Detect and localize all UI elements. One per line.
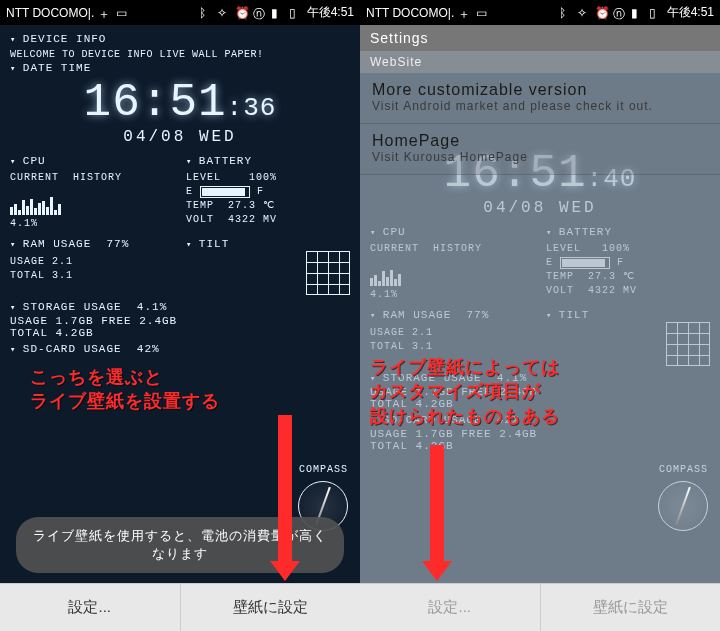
battery-icon: ▯: [289, 6, 303, 20]
annotation-left: こっちを選ぶと ライブ壁紙を設置する: [30, 365, 220, 414]
clock-sec: :36: [227, 93, 277, 123]
settings-overlay: Settings WebSite More customizable versi…: [360, 25, 720, 175]
date-time-label: DATE TIME: [10, 62, 350, 74]
vibrate-icon: ✧: [217, 6, 231, 20]
device-info-label: DEVICE INFO: [10, 33, 350, 45]
cpu-history-bars: [10, 187, 174, 215]
arrow-right: [430, 445, 444, 565]
ram-block: RAM USAGE 77% USAGE 2.1 TOTAL 3.1: [10, 237, 174, 294]
settings-item-sub: Visit Android market and please check it…: [372, 99, 708, 113]
clock-hm: 16:51: [84, 77, 227, 129]
storage-percent: 4.1%: [137, 301, 167, 313]
left-screenshot: NTT DOCOMO|. ＋ ▭ ᛒ ✧ ⏰ ⓝ ▮ ▯ 午後4:51 DEVI…: [0, 0, 360, 631]
settings-item-title: More customizable version: [372, 81, 708, 99]
compass-icon: [658, 481, 708, 531]
bottom-bar: 設定... 壁紙に設定: [0, 583, 360, 631]
settings-button[interactable]: 設定...: [360, 584, 541, 631]
bluetooth-icon: ᛒ: [199, 6, 213, 20]
settings-header: Settings: [360, 25, 720, 51]
cpu-label: CPU: [10, 154, 174, 169]
ram-percent: 77%: [106, 238, 129, 250]
alarm-icon: ⏰: [595, 6, 609, 20]
carrier-label: NTT DOCOMO|.: [6, 6, 94, 20]
signal-icon: ▮: [271, 6, 285, 20]
cpu-block: CPU CURRENT HISTORY 4.1%: [10, 154, 174, 231]
settings-item-sub: Visit Kurousa HomePage: [372, 150, 708, 164]
status-bar: NTT DOCOMO|. ＋ ▭ ᛒ ✧ ⏰ ⓝ ▮ ▯ 午後4:51: [0, 0, 360, 25]
alarm-icon: ⏰: [235, 6, 249, 20]
battery-level: 100%: [249, 172, 277, 183]
nfc-icon: ⓝ: [613, 6, 627, 20]
battery-block: BATTERY LEVEL 100% E F TEMP 27.3 ℃ VOLT …: [186, 154, 350, 231]
plus-icon: ＋: [98, 6, 112, 20]
plus-icon: ＋: [458, 6, 472, 20]
battery-warning-toast: ライブ壁紙を使用すると、電池の消費量が高くなります: [16, 517, 344, 573]
temp-value: 27.3 ℃: [228, 200, 275, 211]
live-wallpaper-preview: DEVICE INFO WELCOME TO DEVICE INFO LIVE …: [0, 25, 360, 583]
tilt-grid: [306, 251, 350, 295]
storage-block: STORAGE USAGE 4.1% USAGE 1.7GB FREE 2.4G…: [10, 301, 350, 339]
welcome-text: WELCOME TO DEVICE INFO LIVE WALL PAPER!: [10, 49, 350, 60]
clock: 16:51:36: [10, 80, 350, 126]
live-wallpaper-preview: Settings WebSite More customizable versi…: [360, 25, 720, 583]
battery-icon: ▯: [649, 6, 663, 20]
date-line: 04/08 WED: [10, 128, 350, 146]
settings-item-title: HomePage: [372, 132, 708, 150]
carrier-label: NTT DOCOMO|.: [366, 6, 454, 20]
vibrate-icon: ✧: [577, 6, 591, 20]
right-screenshot: NTT DOCOMO|. ＋ ▭ ᛒ ✧ ⏰ ⓝ ▮ ▯ 午後4:51 Sett…: [360, 0, 720, 631]
battery-label: BATTERY: [186, 154, 350, 169]
volt-value: 4322 MV: [228, 214, 277, 225]
settings-item-more[interactable]: More customizable version Visit Android …: [360, 73, 720, 124]
set-wallpaper-button[interactable]: 壁紙に設定: [541, 584, 721, 631]
settings-button[interactable]: 設定...: [0, 584, 181, 631]
status-bar: NTT DOCOMO|. ＋ ▭ ᛒ ✧ ⏰ ⓝ ▮ ▯ 午後4:51: [360, 0, 720, 25]
bottom-bar: 設定... 壁紙に設定: [360, 583, 720, 631]
recent-icon: ▭: [476, 6, 490, 20]
sd-percent: 42%: [137, 343, 160, 355]
settings-section-label: WebSite: [360, 51, 720, 73]
recent-icon: ▭: [116, 6, 130, 20]
set-wallpaper-button[interactable]: 壁紙に設定: [181, 584, 361, 631]
cpu-percent: 4.1%: [10, 217, 174, 231]
tilt-block: TILT: [186, 237, 350, 294]
settings-item-homepage[interactable]: HomePage Visit Kurousa HomePage: [360, 124, 720, 175]
status-time: 午後4:51: [667, 4, 714, 21]
compass-label: COMPASS: [299, 464, 348, 475]
nfc-icon: ⓝ: [253, 6, 267, 20]
sdcard-block: SD-CARD USAGE 42%: [10, 343, 350, 355]
bluetooth-icon: ᛒ: [559, 6, 573, 20]
signal-icon: ▮: [631, 6, 645, 20]
battery-bar: [200, 186, 250, 198]
status-time: 午後4:51: [307, 4, 354, 21]
